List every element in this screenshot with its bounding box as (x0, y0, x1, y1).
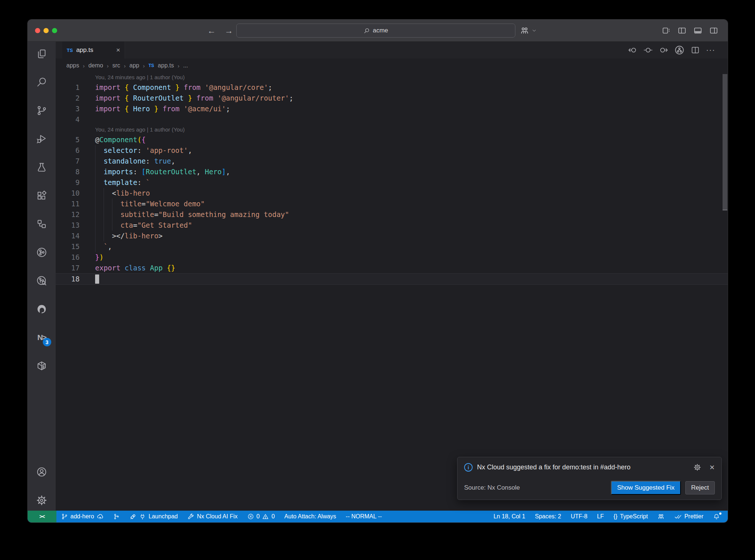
code-editor[interactable]: You, 24 minutes ago | 1 author (You)1imp… (56, 73, 728, 285)
indent-guide (112, 220, 112, 231)
indent-guide (95, 156, 95, 167)
git-branch-item[interactable]: add-hero (56, 511, 108, 522)
line-number: 1 (56, 82, 80, 93)
breadcrumb-item[interactable]: app (129, 62, 139, 69)
language-mode-item[interactable]: {}TypeScript (609, 511, 653, 522)
hierarchy-view-icon[interactable] (36, 218, 48, 230)
code-line-content: template: ` (95, 177, 728, 188)
settings-gear-icon[interactable] (36, 494, 48, 506)
run-debug-icon[interactable] (36, 133, 48, 145)
breadcrumb-item[interactable]: apps (66, 62, 79, 69)
gitlens-search-icon[interactable] (36, 275, 48, 287)
code-line: 9 template: ` (56, 177, 728, 188)
tab-close-icon[interactable]: × (116, 46, 120, 54)
indent-guide (95, 231, 95, 241)
search-value: acme (373, 27, 388, 34)
search-icon (363, 28, 370, 34)
zoom-window-button[interactable] (52, 28, 57, 33)
gitlens-back-icon[interactable] (628, 45, 637, 55)
indent-guide (95, 199, 95, 209)
breadcrumb-separator: › (178, 63, 180, 69)
split-editor-icon[interactable] (690, 45, 700, 55)
eol-item[interactable]: LF (592, 511, 609, 522)
nx-cloud-fix-label: Nx Cloud AI Fix (197, 513, 237, 520)
breadcrumb-item[interactable]: demo (88, 62, 103, 69)
remote-indicator[interactable]: >< (28, 511, 56, 522)
more-actions-icon[interactable]: ··· (706, 45, 715, 55)
tab-app-ts[interactable]: TS app.ts × (62, 42, 125, 59)
editor-scrollbar[interactable] (723, 74, 727, 210)
notification-toast: i Nx Cloud suggested a fix for demo:test… (457, 457, 722, 500)
show-suggested-fix-button[interactable]: Show Suggested Fix (611, 481, 681, 495)
command-center-search[interactable]: acme (236, 24, 515, 38)
activity-bar: N>3 (28, 42, 56, 511)
toggle-panel-icon[interactable] (693, 26, 702, 35)
code-line: 4 (56, 114, 728, 125)
notification-close-icon[interactable]: ✕ (709, 463, 715, 472)
navigate-forward-icon[interactable]: → (225, 26, 233, 36)
chevron-down-icon[interactable] (532, 28, 537, 33)
line-number: 4 (56, 114, 80, 125)
auto-attach-item[interactable]: Auto Attach: Always (279, 511, 341, 522)
toggle-secondary-sidebar-icon[interactable] (709, 26, 718, 35)
remote-icon: >< (39, 514, 45, 519)
extensions-icon[interactable] (36, 190, 48, 202)
accounts-icon[interactable] (520, 26, 529, 35)
close-window-button[interactable] (35, 28, 40, 33)
source-control-icon[interactable] (36, 105, 48, 116)
git-blame-annotation: You, 24 minutes ago | 1 author (You) (56, 73, 728, 82)
code-line: 10 <lib-hero (56, 188, 728, 199)
vscode-window: ← → acme N>3 (27, 19, 728, 523)
notification-dot (719, 512, 721, 515)
explorer-icon[interactable] (36, 48, 48, 60)
code-line-content: title="Welcmoe demo" (95, 199, 728, 209)
encoding-item[interactable]: UTF-8 (566, 511, 592, 522)
indent-guide (95, 241, 95, 252)
launchpad-label: Launchpad (149, 513, 178, 520)
minimize-window-button[interactable] (44, 28, 49, 33)
indentation-item[interactable]: Spaces: 2 (530, 511, 566, 522)
vim-mode-item[interactable]: -- NORMAL -- (341, 511, 387, 522)
info-icon: i (464, 463, 473, 472)
nx-badge: 3 (43, 338, 51, 346)
code-line-content: }) (95, 252, 728, 263)
launchpad-item[interactable]: Launchpad (125, 511, 182, 522)
notifications-bell-item[interactable] (708, 511, 725, 522)
code-line-content: standalone: true, (95, 156, 728, 167)
testing-icon[interactable] (36, 161, 48, 173)
breadcrumb-symbol-more[interactable]: ... (183, 62, 188, 69)
typescript-file-icon: TS (149, 63, 154, 68)
gitlens-current-icon[interactable] (643, 45, 653, 55)
reject-button[interactable]: Reject (685, 481, 715, 494)
notification-settings-icon[interactable] (693, 463, 701, 471)
errors-icon (247, 513, 254, 520)
copilot-accounts-item[interactable] (653, 511, 669, 522)
code-line: 6 selector: 'app-root', (56, 145, 728, 156)
code-line-content: import { Hero } from '@acme/ui'; (95, 104, 728, 114)
publish-cloud-icon (97, 513, 104, 520)
navigate-back-icon[interactable]: ← (207, 26, 216, 36)
nx-cloud-fix-item[interactable]: Nx Cloud AI Fix (182, 511, 242, 522)
breadcrumb-file[interactable]: app.ts (158, 62, 174, 69)
account-icon[interactable] (36, 466, 48, 478)
code-line: 8 imports: [RouterOutlet, Hero], (56, 167, 728, 177)
gitlens-forward-icon[interactable] (659, 45, 668, 55)
breadcrumb-item[interactable]: src (112, 62, 120, 69)
customize-layout-icon[interactable] (662, 26, 671, 35)
nx-console-icon[interactable]: N>3 (36, 332, 48, 343)
cursor-position-item[interactable]: Ln 18, Col 1 (489, 511, 530, 522)
prettier-item[interactable]: Prettier (669, 511, 708, 522)
search-view-icon[interactable] (36, 76, 48, 88)
git-graph-item[interactable] (108, 511, 125, 522)
code-line-content (95, 274, 728, 284)
commit-graph-action-icon[interactable] (674, 45, 685, 55)
containers-icon[interactable] (36, 360, 48, 372)
line-number: 18 (56, 274, 80, 284)
code-line: 17export class App {} (56, 263, 728, 273)
warnings-icon (262, 513, 269, 520)
toggle-primary-sidebar-icon[interactable] (678, 26, 686, 35)
commit-graph-icon[interactable] (36, 246, 48, 258)
indent-guide (95, 177, 95, 188)
line-number: 12 (56, 209, 80, 220)
problems-item[interactable]: 0 0 (243, 511, 280, 522)
